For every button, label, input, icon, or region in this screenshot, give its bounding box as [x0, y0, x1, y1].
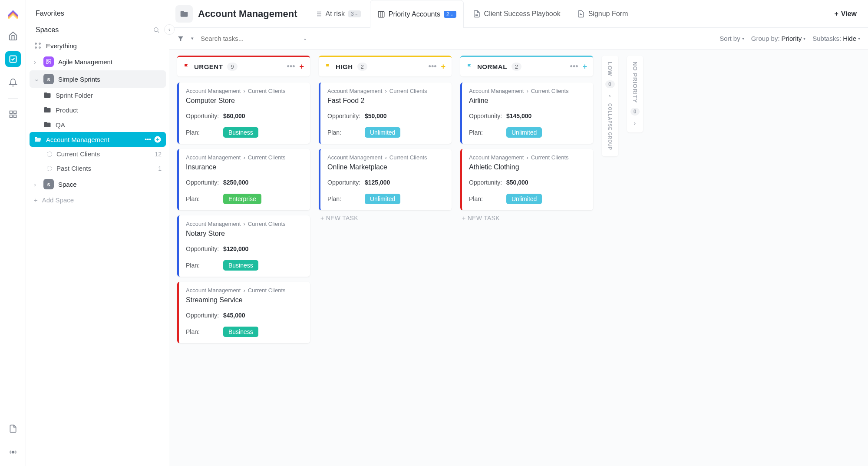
svg-point-5: [12, 451, 14, 453]
more-icon[interactable]: •••: [145, 136, 151, 143]
collapsed-column[interactable]: NO PRIORITY0›: [627, 56, 644, 132]
tab-badge: 2⌄: [444, 11, 456, 18]
search-icon[interactable]: [153, 26, 160, 33]
new-task-button[interactable]: + NEW TASK: [319, 210, 452, 226]
form-icon: [577, 10, 585, 18]
spaces-section[interactable]: Spaces: [30, 22, 166, 38]
sort-by-button[interactable]: Sort by ▾: [719, 35, 744, 42]
column-name: LOW: [607, 62, 613, 76]
card-breadcrumb: Account Management›Current Clients: [186, 88, 303, 94]
sidebar-item-qa[interactable]: QA: [30, 117, 166, 132]
field-label: Plan:: [186, 195, 223, 202]
svg-rect-2: [13, 111, 16, 114]
field-label: Plan:: [327, 129, 365, 136]
sidebar-sub-past-clients[interactable]: Past Clients 1: [30, 161, 166, 175]
task-card[interactable]: Account Management›Current Clients Compu…: [177, 83, 310, 144]
task-card[interactable]: Account Management›Current Clients Strea…: [177, 282, 310, 343]
more-icon[interactable]: •••: [570, 62, 578, 71]
card-breadcrumb: Account Management›Current Clients: [186, 154, 303, 161]
docs-icon[interactable]: [5, 421, 21, 436]
sidebar-item-simple-sprints[interactable]: ⌄ s Simple Sprints: [30, 70, 166, 88]
board-column: HIGH 2 ••• + Account Management›Current …: [319, 56, 452, 226]
card-title: Online Marketplace: [327, 163, 445, 171]
field-label: Plan:: [327, 195, 365, 202]
field-value: $250,000: [223, 179, 248, 186]
sidebar-item-product[interactable]: Product: [30, 102, 166, 117]
collapse-sidebar-button[interactable]: ‹: [164, 24, 175, 35]
subtasks-button[interactable]: Subtasks: Hide ▾: [812, 35, 860, 42]
card-breadcrumb: Account Management›Current Clients: [469, 88, 586, 94]
column-header[interactable]: NORMAL 2 ••• +: [460, 56, 593, 76]
favorites-section[interactable]: Favorites: [30, 5, 166, 22]
list-dot-icon: [47, 152, 52, 157]
home-icon[interactable]: [5, 28, 21, 43]
chevron-right-icon: ›: [609, 93, 611, 99]
tab-priority-accounts[interactable]: Priority Accounts 2⌄: [370, 0, 464, 28]
sidebar-everything[interactable]: Everything: [30, 38, 166, 53]
grid-icon: [34, 42, 42, 50]
column-header[interactable]: HIGH 2 ••• +: [319, 56, 452, 76]
task-card[interactable]: Account Management›Current Clients Airli…: [460, 83, 593, 144]
svg-rect-1: [10, 111, 12, 114]
task-card[interactable]: Account Management›Current Clients Insur…: [177, 149, 310, 210]
task-card[interactable]: Account Management›Current Clients Athle…: [460, 149, 593, 210]
add-task-icon[interactable]: +: [582, 62, 587, 71]
more-icon[interactable]: •••: [429, 62, 437, 71]
add-task-icon[interactable]: +: [299, 62, 304, 71]
tab-at-risk[interactable]: At risk 3⌄: [307, 0, 368, 28]
search-input[interactable]: [201, 35, 296, 42]
svg-point-10: [39, 47, 40, 48]
left-rail: [0, 0, 26, 466]
flag-icon: [325, 63, 331, 70]
tasks-icon[interactable]: [5, 51, 21, 67]
folder-icon: [43, 121, 51, 129]
sidebar-item-account-management[interactable]: Account Management •••: [30, 132, 166, 147]
more-icon[interactable]: •••: [287, 62, 295, 71]
filter-icon[interactable]: [177, 35, 184, 42]
new-task-button[interactable]: + NEW TASK: [460, 210, 593, 226]
field-value: $145,000: [506, 112, 531, 119]
kanban-board: URGENT 9 ••• + Account Management›Curren…: [169, 50, 868, 466]
card-breadcrumb: Account Management›Current Clients: [186, 221, 303, 227]
folder-open-icon: [34, 136, 42, 143]
task-card[interactable]: Account Management›Current Clients Onlin…: [319, 149, 452, 210]
chevron-down-icon[interactable]: ▾: [191, 36, 194, 41]
list-dot-icon: [47, 166, 52, 171]
sidebar-sub-current-clients[interactable]: Current Clients 12: [30, 147, 166, 161]
field-label: Plan:: [186, 129, 223, 136]
column-header[interactable]: URGENT 9 ••• +: [177, 56, 310, 76]
add-space-button[interactable]: + Add Space: [30, 193, 166, 207]
add-icon[interactable]: [154, 136, 162, 143]
task-card[interactable]: Account Management›Current Clients Fast …: [319, 83, 452, 144]
add-task-icon[interactable]: +: [441, 62, 446, 71]
card-breadcrumb: Account Management›Current Clients: [327, 88, 445, 94]
svg-rect-20: [378, 11, 384, 17]
tab-signup-form[interactable]: Signup Form: [570, 0, 636, 28]
task-card[interactable]: Account Management›Current Clients Notar…: [177, 215, 310, 277]
apps-icon[interactable]: [5, 106, 21, 122]
chevron-down-icon[interactable]: ⌄: [303, 36, 307, 41]
collapsed-column[interactable]: LOW0›COLLAPSE GROUP: [602, 56, 618, 156]
field-value: $125,000: [365, 179, 390, 186]
group-by-button[interactable]: Group by: Priority ▾: [751, 35, 806, 42]
column-count: 0: [605, 80, 615, 88]
plus-icon: +: [34, 196, 38, 204]
sidebar-item-agile[interactable]: › Agile Management: [30, 53, 166, 70]
sidebar-item-space[interactable]: › s Space: [30, 175, 166, 193]
doc-icon: [473, 10, 481, 18]
plan-badge: Business: [223, 327, 258, 337]
folder-icon: [43, 106, 51, 114]
column-count: 0: [630, 108, 640, 116]
plan-badge: Enterprise: [223, 194, 261, 204]
app-logo[interactable]: [6, 6, 20, 20]
field-label: Plan:: [469, 195, 506, 202]
sidebar-item-sprint-folder[interactable]: Sprint Folder: [30, 88, 166, 102]
plan-badge: Unlimited: [365, 127, 400, 138]
add-view-button[interactable]: + View: [829, 7, 862, 21]
notifications-icon[interactable]: [5, 75, 21, 90]
chevron-down-icon: ⌄: [34, 75, 39, 83]
tab-client-success[interactable]: Client Success Playbook: [465, 0, 568, 28]
plan-badge: Unlimited: [506, 127, 542, 138]
record-icon[interactable]: [5, 444, 21, 460]
card-breadcrumb: Account Management›Current Clients: [186, 287, 303, 294]
